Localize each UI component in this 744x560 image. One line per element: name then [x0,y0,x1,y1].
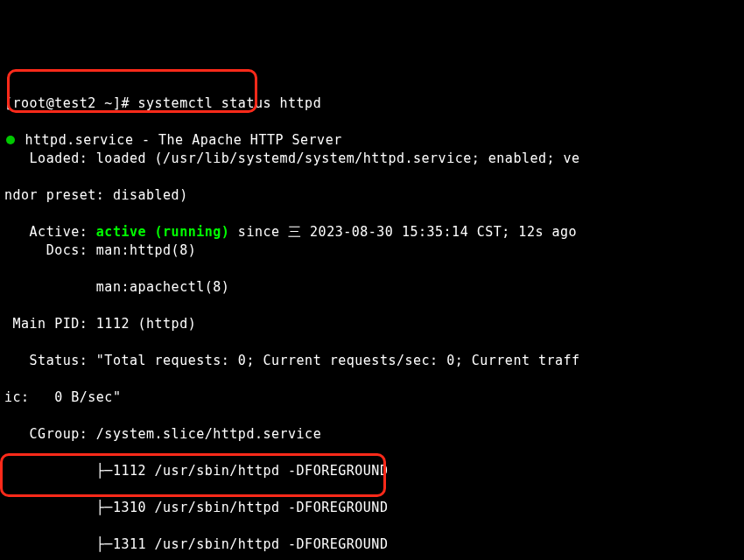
status-dot-icon [6,136,15,144]
terminal-line: ├─1311 /usr/sbin/httpd -DFOREGROUND [4,536,740,554]
terminal-line: ├─1112 /usr/sbin/httpd -DFOREGROUND [4,462,740,480]
terminal-line: ic: 0 B/sec" [4,388,740,407]
active-status: active (running) [96,224,230,240]
active-since: since 三 2023-08-30 15:35:14 CST; 12s ago [229,224,577,240]
terminal-line: Loaded: loaded (/usr/lib/systemd/system/… [4,150,740,168]
service-line: httpd.service - The Apache HTTP Server [17,132,342,148]
terminal-line: ndor preset: disabled) [4,186,740,205]
terminal-line: ├─1310 /usr/sbin/httpd -DFOREGROUND [4,499,740,517]
terminal-line: man:apachectl(8) [4,278,740,297]
terminal-line: Main PID: 1112 (httpd) [4,315,740,333]
terminal-line: Docs: man:httpd(8) [4,242,740,260]
active-label: Active: [4,224,96,240]
terminal-line: [root@test2 ~]# systemctl status httpd [4,94,740,113]
terminal-line: Status: "Total requests: 0; Current requ… [4,352,740,370]
terminal-line: CGroup: /system.slice/httpd.service [4,425,740,444]
